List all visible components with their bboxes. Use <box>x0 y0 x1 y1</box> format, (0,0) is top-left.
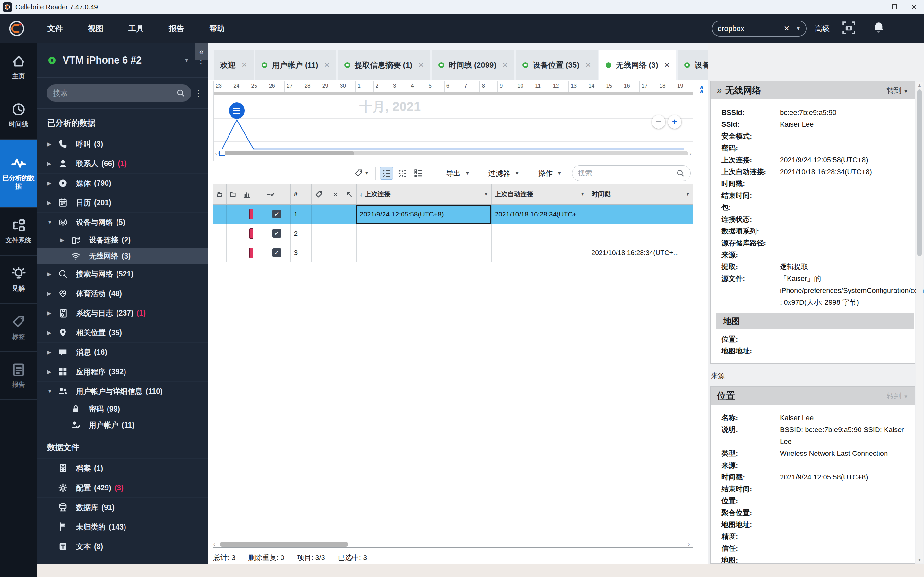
table-row[interactable]: ✓12021/9/24 12:05:58(UTC+8)2021/10/18 16… <box>213 205 693 224</box>
tab-close-icon[interactable]: ✕ <box>418 61 424 69</box>
table-row[interactable]: ✓32021/10/18 16:28:34(UTC+... <box>213 243 693 263</box>
export-menu[interactable]: 导出▼ <box>446 168 472 178</box>
table-search-box[interactable] <box>572 166 691 181</box>
cell-last-auto-connection[interactable] <box>491 243 588 263</box>
minimize-button[interactable] <box>864 0 884 14</box>
menu-item-2[interactable]: 工具 <box>128 23 144 34</box>
timeline-scroll-thumb[interactable] <box>220 152 354 155</box>
cell-timestamp[interactable] <box>588 224 693 243</box>
rail-item-report[interactable]: 报告 <box>0 352 37 400</box>
scroll-down-icon[interactable]: ▼ <box>916 557 923 562</box>
tag-items-icon[interactable] <box>354 168 363 178</box>
rail-item-tag[interactable]: 标签 <box>0 304 37 352</box>
column-filter-icon[interactable]: ▼ <box>484 192 488 197</box>
column-header-上次自动连接[interactable]: 上次自动连接▼ <box>491 184 588 205</box>
tab-close-icon[interactable]: ✕ <box>585 61 591 69</box>
view-checklist-button[interactable] <box>380 167 393 180</box>
tree-item-gear[interactable]: 配置(429)(3) <box>37 478 208 498</box>
rail-item-bulb[interactable]: 见解 <box>0 256 37 304</box>
scroll-right-icon[interactable]: › <box>688 542 693 547</box>
cell-timestamp[interactable]: 2021/10/18 16:28:34(UTC+... <box>588 243 693 263</box>
rail-item-pulse[interactable]: 已分析的数据 <box>0 140 37 208</box>
column-header-folder-open[interactable] <box>213 184 226 205</box>
chevron-right-icon[interactable]: ▶ <box>60 237 71 243</box>
tree-item-phone[interactable]: ▶呼叫(3) <box>37 134 208 154</box>
checkbox-checked-icon[interactable]: ✓ <box>273 210 281 218</box>
chevron-right-icon[interactable]: ▶ <box>47 180 58 187</box>
tab-4[interactable]: 设备位置 (35)✕ <box>516 50 598 80</box>
tree-item-lock[interactable]: 密码(99) <box>37 401 208 417</box>
tab-1[interactable]: 用户帐户 (11)✕ <box>255 50 336 80</box>
chevron-right-icon[interactable]: ▶ <box>47 141 58 148</box>
timeline-zoom-in-button[interactable]: + <box>668 115 682 129</box>
column-header-corner-arrow[interactable] <box>342 184 356 205</box>
menu-item-3[interactable]: 报告 <box>169 23 184 34</box>
tab-close-icon[interactable]: ✕ <box>241 61 247 69</box>
filter-menu[interactable]: 过滤器▼ <box>488 168 521 178</box>
close-button[interactable]: ✕ <box>904 0 924 14</box>
grid-horizontal-scrollbar[interactable]: ‹ › <box>213 541 693 548</box>
tree-item-system[interactable]: ▶系统与日志(237)(1) <box>37 303 208 323</box>
menu-item-0[interactable]: 文件 <box>47 23 63 34</box>
tree-item-media[interactable]: ▶媒体(790) <box>37 173 208 193</box>
column-header-#[interactable]: # <box>291 184 311 205</box>
tree-item-calendar[interactable]: ▶日历(201) <box>37 193 208 212</box>
chevron-down-icon[interactable]: ▼ <box>47 388 58 395</box>
scroll-left-icon[interactable]: ‹ <box>213 542 218 547</box>
chevron-right-icon[interactable]: ▶ <box>47 369 58 375</box>
actions-menu[interactable]: 操作▼ <box>538 168 564 178</box>
view-plainlist-button[interactable] <box>412 167 425 180</box>
rail-item-home[interactable]: 主页 <box>0 43 37 92</box>
column-header-dash-check[interactable] <box>263 184 291 205</box>
advanced-search-link[interactable]: 高级 <box>815 24 830 34</box>
column-header-x-mark[interactable] <box>329 184 342 205</box>
network-goto-button[interactable]: 转到 ▼ <box>887 85 908 95</box>
scroll-right-icon[interactable]: › <box>688 150 693 156</box>
notifications-bell-icon[interactable] <box>872 21 885 36</box>
tree-item-database[interactable]: 数据库(91) <box>37 498 208 517</box>
cell-last-connection[interactable] <box>356 224 491 243</box>
tree-item-apps[interactable]: ▶应用程序(392) <box>37 362 208 381</box>
timeline-scrollbar[interactable]: ‹ › <box>214 151 693 156</box>
menu-item-4[interactable]: 帮助 <box>209 23 225 34</box>
chevron-right-icon[interactable]: ▶ <box>47 200 58 206</box>
grid-scroll-thumb[interactable] <box>220 542 348 546</box>
tree-search-input[interactable] <box>53 89 176 98</box>
screenshot-capture-icon[interactable] <box>842 21 856 36</box>
search-dropdown-icon[interactable]: ▼ <box>792 26 801 31</box>
tree-item-person[interactable]: ▶联系人(66)(1) <box>37 154 208 173</box>
cell-last-connection[interactable] <box>356 243 491 263</box>
collapse-timeline-button[interactable]: ∧∧ <box>696 82 708 98</box>
tab-close-icon[interactable]: ✕ <box>502 61 508 69</box>
chevron-right-icon[interactable]: ▶ <box>47 310 58 317</box>
cell-last-auto-connection[interactable]: 2021/10/18 16:28:34(UTC+... <box>491 205 588 224</box>
global-search-box[interactable]: ✕ ▼ <box>712 21 806 37</box>
column-header-上次连接[interactable]: ↓上次连接▼ <box>356 184 491 205</box>
tree-item-text[interactable]: 文本(8) <box>37 537 208 556</box>
device-selector[interactable]: VTM iPhone 6 #2 ▼ ⋮ <box>37 43 208 78</box>
chevron-right-icon[interactable]: ▶ <box>47 349 58 356</box>
device-dropdown-icon[interactable]: ▼ <box>184 57 189 64</box>
tab-close-icon[interactable]: ✕ <box>664 61 670 69</box>
checkbox-checked-icon[interactable]: ✓ <box>273 248 281 257</box>
cell-last-connection[interactable]: 2021/9/24 12:05:58(UTC+8) <box>356 205 491 224</box>
chevron-right-icon[interactable]: ▶ <box>47 160 58 167</box>
cell-checkbox[interactable]: ✓ <box>263 205 291 224</box>
column-header-tag[interactable] <box>311 184 329 205</box>
cell-checkbox[interactable]: ✓ <box>263 243 291 263</box>
tree-item-flag[interactable]: 未归类的(143) <box>37 517 208 537</box>
tab-close-icon[interactable]: ✕ <box>324 61 330 69</box>
chevron-right-icon[interactable]: ▶ <box>47 290 58 297</box>
tab-3[interactable]: 时间线 (2099)✕ <box>432 50 514 80</box>
timeline-zoom-out-button[interactable]: − <box>652 115 666 129</box>
tag-dropdown-icon[interactable]: ▼ <box>365 171 369 176</box>
table-search-input[interactable] <box>578 169 676 177</box>
column-filter-icon[interactable]: ▼ <box>685 192 690 197</box>
location-goto-button[interactable]: 转到 ▼ <box>887 391 908 401</box>
view-multiselect-button[interactable] <box>396 167 409 180</box>
details-scrollbar[interactable]: ▲ ▼ <box>916 82 923 563</box>
timeline-plot[interactable]: 十月, 2021 − + ‹ › <box>214 95 693 156</box>
chevron-right-icon[interactable]: ▶ <box>47 271 58 277</box>
checkbox-checked-icon[interactable]: ✓ <box>273 229 281 238</box>
tree-item-users[interactable]: ▼用户帐户与详细信息(110) <box>37 381 208 401</box>
